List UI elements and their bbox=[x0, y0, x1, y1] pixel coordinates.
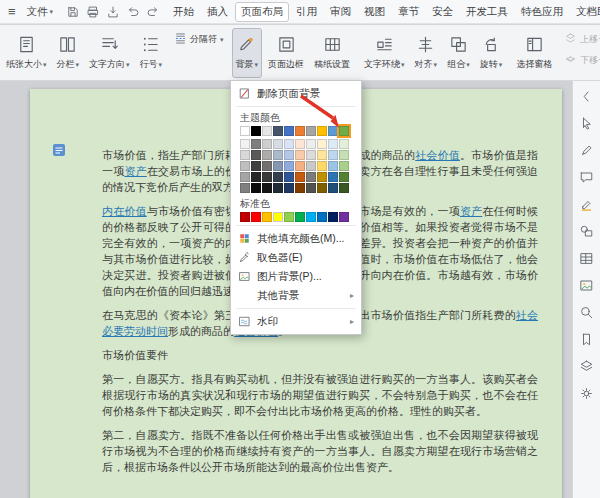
print-icon[interactable] bbox=[84, 3, 101, 20]
color-swatch[interactable] bbox=[317, 126, 327, 136]
color-swatch[interactable] bbox=[273, 139, 283, 149]
text-direction-button[interactable]: 文字方向▾ bbox=[85, 28, 134, 78]
color-swatch[interactable] bbox=[328, 183, 338, 193]
color-swatch[interactable] bbox=[295, 212, 305, 222]
color-swatch[interactable] bbox=[240, 183, 250, 193]
select-cursor-icon[interactable] bbox=[578, 115, 595, 132]
hamburger-icon[interactable]: ≡ bbox=[4, 4, 20, 19]
color-swatch[interactable] bbox=[284, 172, 294, 182]
color-swatch[interactable] bbox=[306, 150, 316, 160]
tab-security[interactable]: 安全 bbox=[426, 2, 459, 22]
color-swatch[interactable] bbox=[295, 172, 305, 182]
color-swatch[interactable] bbox=[240, 161, 250, 171]
color-swatch[interactable] bbox=[328, 150, 338, 160]
breaks-button[interactable]: 分隔符▾ bbox=[172, 31, 226, 48]
color-swatch[interactable] bbox=[295, 126, 305, 136]
redo-icon[interactable] bbox=[144, 3, 161, 20]
search-tool-icon[interactable] bbox=[578, 304, 595, 321]
tab-doc-assistant[interactable]: 文档助手 bbox=[570, 2, 600, 22]
tab-view[interactable]: 视图 bbox=[358, 2, 391, 22]
table-icon[interactable] bbox=[578, 250, 595, 267]
selection-pane-button[interactable]: 选择窗格 bbox=[512, 28, 556, 78]
settings-gear-icon[interactable] bbox=[578, 385, 595, 402]
hyperlink[interactable]: 资产 bbox=[124, 165, 146, 177]
color-swatch[interactable] bbox=[251, 126, 261, 136]
color-swatch[interactable] bbox=[317, 150, 327, 160]
color-swatch[interactable] bbox=[328, 139, 338, 149]
color-swatch[interactable] bbox=[317, 161, 327, 171]
tab-special-features[interactable]: 特色应用 bbox=[515, 2, 569, 22]
color-swatch[interactable] bbox=[339, 150, 349, 160]
color-swatch[interactable] bbox=[284, 126, 294, 136]
more-background-item[interactable]: 其他背景▸ bbox=[231, 286, 361, 305]
color-swatch[interactable] bbox=[273, 126, 283, 136]
color-swatch[interactable] bbox=[317, 183, 327, 193]
hyperlink[interactable]: 内在价值 bbox=[102, 205, 147, 217]
color-swatch[interactable] bbox=[240, 139, 250, 149]
color-swatch[interactable] bbox=[262, 126, 272, 136]
color-swatch[interactable] bbox=[251, 150, 261, 160]
color-swatch[interactable] bbox=[251, 172, 261, 182]
bring-forward-button[interactable]: 上移一层▾ bbox=[562, 31, 600, 48]
tab-section[interactable]: 章节 bbox=[392, 2, 425, 22]
color-swatch[interactable] bbox=[306, 139, 316, 149]
color-swatch[interactable] bbox=[339, 161, 349, 171]
color-swatch[interactable] bbox=[317, 212, 327, 222]
align-button[interactable]: 对齐▾ bbox=[411, 28, 442, 78]
eyedropper-item[interactable]: 取色器(E) bbox=[231, 248, 361, 267]
image-icon[interactable] bbox=[578, 277, 595, 294]
color-swatch[interactable] bbox=[339, 172, 349, 182]
group-button[interactable]: 组合▾ bbox=[443, 28, 474, 78]
color-swatch[interactable] bbox=[273, 161, 283, 171]
color-swatch[interactable] bbox=[284, 139, 294, 149]
shapes-icon[interactable] bbox=[578, 223, 595, 240]
paper-size-button[interactable]: 纸张大小▾ bbox=[2, 28, 51, 78]
color-swatch[interactable] bbox=[240, 172, 250, 182]
color-swatch[interactable] bbox=[295, 161, 305, 171]
bookmark-icon[interactable] bbox=[578, 331, 595, 348]
tab-dev-tools[interactable]: 开发工具 bbox=[460, 2, 514, 22]
color-swatch[interactable] bbox=[262, 139, 272, 149]
manuscript-settings-button[interactable]: 稿纸设置 bbox=[310, 28, 354, 78]
color-swatch[interactable] bbox=[251, 161, 261, 171]
color-swatch[interactable] bbox=[317, 139, 327, 149]
color-swatch[interactable] bbox=[317, 172, 327, 182]
color-swatch[interactable] bbox=[262, 172, 272, 182]
color-swatch[interactable] bbox=[328, 212, 338, 222]
color-swatch[interactable] bbox=[251, 212, 261, 222]
background-button[interactable]: 背景▾ bbox=[232, 28, 263, 78]
panel-toggle-icon[interactable] bbox=[578, 88, 595, 105]
color-swatch[interactable] bbox=[273, 183, 283, 193]
layers-icon[interactable] bbox=[578, 358, 595, 375]
tab-insert[interactable]: 插入 bbox=[201, 2, 234, 22]
columns-button[interactable]: 分栏▾ bbox=[53, 28, 84, 78]
hyperlink[interactable]: 社会价值 bbox=[415, 149, 460, 161]
undo-icon[interactable] bbox=[124, 3, 141, 20]
color-swatch[interactable] bbox=[284, 150, 294, 160]
color-swatch[interactable] bbox=[295, 150, 305, 160]
comment-icon[interactable] bbox=[578, 169, 595, 186]
tab-page-layout[interactable]: 页面布局 bbox=[235, 2, 289, 22]
color-swatch[interactable] bbox=[251, 183, 261, 193]
rotate-button[interactable]: 旋转▾ bbox=[476, 28, 507, 78]
color-swatch[interactable] bbox=[284, 212, 294, 222]
tab-home[interactable]: 开始 bbox=[167, 2, 200, 22]
tab-review[interactable]: 审阅 bbox=[324, 2, 357, 22]
watermark-item[interactable]: 水印▸ bbox=[231, 312, 361, 331]
color-swatch[interactable] bbox=[284, 183, 294, 193]
color-swatch[interactable] bbox=[273, 150, 283, 160]
color-swatch[interactable] bbox=[306, 212, 316, 222]
color-swatch[interactable] bbox=[339, 126, 349, 136]
edit-pen-icon[interactable] bbox=[578, 142, 595, 159]
save-icon[interactable] bbox=[64, 3, 81, 20]
color-swatch[interactable] bbox=[273, 172, 283, 182]
tab-references[interactable]: 引用 bbox=[290, 2, 323, 22]
color-swatch[interactable] bbox=[262, 150, 272, 160]
more-fill-colors-item[interactable]: 其他填充颜色(M)... bbox=[231, 229, 361, 248]
hyperlink[interactable]: 资产 bbox=[460, 205, 482, 217]
color-swatch[interactable] bbox=[306, 183, 316, 193]
color-swatch[interactable] bbox=[339, 212, 349, 222]
color-swatch[interactable] bbox=[262, 161, 272, 171]
color-swatch[interactable] bbox=[240, 212, 250, 222]
color-swatch[interactable] bbox=[306, 161, 316, 171]
